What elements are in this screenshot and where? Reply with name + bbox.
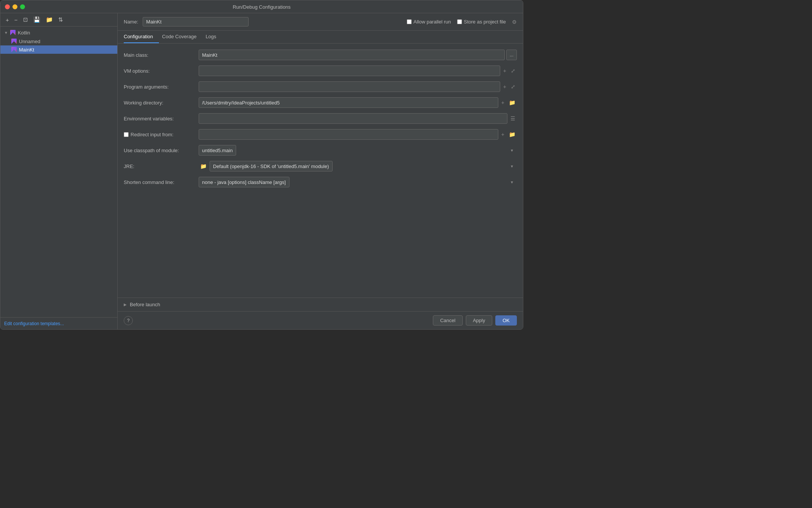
- before-launch-collapse-button[interactable]: ▶: [124, 302, 127, 307]
- jre-select-wrapper: Default (openjdk-16 - SDK of 'untitled5.…: [210, 161, 517, 171]
- vm-options-input[interactable]: [199, 65, 500, 76]
- remove-config-button[interactable]: −: [13, 16, 19, 24]
- tree-item-unnamed[interactable]: Unnamed: [0, 37, 117, 45]
- program-args-expand-button[interactable]: ⤢: [509, 83, 517, 90]
- vm-options-label: VM options:: [124, 68, 196, 74]
- edit-templates-link[interactable]: Edit configuration templates...: [4, 321, 64, 326]
- add-config-button[interactable]: +: [4, 16, 11, 24]
- main-class-browse-button[interactable]: ...: [506, 50, 517, 60]
- minimize-button[interactable]: [12, 4, 17, 9]
- vm-options-field: + ⤢: [199, 65, 517, 76]
- left-panel: + − ⊡ 💾 📁 ⇅ ▼: [0, 13, 118, 329]
- vm-options-expand-button[interactable]: ⤢: [509, 67, 517, 75]
- before-launch: ▶ Before launch: [118, 298, 523, 311]
- jre-folder-button[interactable]: 📁: [199, 162, 208, 170]
- program-args-row: Program arguments: + ⤢: [124, 81, 517, 92]
- redirect-browse-button[interactable]: 📁: [507, 131, 517, 138]
- shorten-label: Shorten command line:: [124, 179, 196, 185]
- jre-select[interactable]: Default (openjdk-16 - SDK of 'untitled5.…: [210, 161, 333, 171]
- redirect-row: Redirect input from: + 📁: [124, 129, 517, 140]
- tabs-bar: Configuration Code Coverage Logs: [118, 31, 523, 44]
- tree-group-kotlin[interactable]: ▼: [0, 28, 117, 37]
- working-dir-row: Working directory: + 📁: [124, 97, 517, 108]
- header-options: Allow parallel run Store as project file…: [407, 19, 517, 25]
- help-button[interactable]: ?: [124, 316, 133, 325]
- title-bar: Run/Debug Configurations: [0, 0, 523, 13]
- run-debug-dialog: Run/Debug Configurations + − ⊡ 💾 📁 ⇅ ▼: [0, 0, 523, 330]
- gear-button[interactable]: ⚙: [512, 19, 517, 25]
- shorten-select[interactable]: none - java [options] className [args]: [199, 177, 289, 187]
- tree-item-mainkt[interactable]: MainKt: [0, 45, 117, 54]
- classpath-select-wrapper: untitled5.main: [199, 145, 517, 156]
- apply-button[interactable]: Apply: [466, 315, 493, 326]
- main-class-label: Main class:: [124, 52, 196, 58]
- copy-config-button[interactable]: ⊡: [22, 16, 30, 24]
- dialog-footer: ? Cancel Apply OK: [118, 311, 523, 329]
- shorten-select-wrapper: none - java [options] className [args]: [199, 177, 517, 187]
- classpath-field: untitled5.main: [199, 145, 517, 156]
- vm-options-add-button[interactable]: +: [502, 67, 508, 75]
- redirect-add-button[interactable]: +: [500, 131, 506, 138]
- tree-item-unnamed-label: Unnamed: [19, 39, 40, 44]
- env-vars-label: Environment variables:: [124, 116, 196, 122]
- chevron-down-icon: ▼: [4, 31, 8, 35]
- classpath-row: Use classpath of module: untitled5.main: [124, 145, 517, 156]
- redirect-label: Redirect input from:: [131, 132, 173, 137]
- program-args-input[interactable]: [199, 81, 500, 92]
- right-panel: Name: Allow parallel run Store as projec…: [118, 13, 523, 329]
- kotlin-icon: [10, 30, 16, 36]
- allow-parallel-checkbox[interactable]: [407, 19, 412, 24]
- kotlin-icon-unnamed: [11, 38, 17, 44]
- vm-options-row: VM options: + ⤢: [124, 65, 517, 76]
- kotlin-icon-mainkt: [11, 47, 17, 53]
- window-controls: [5, 4, 25, 9]
- env-vars-input[interactable]: [199, 113, 507, 124]
- main-class-input[interactable]: [199, 50, 505, 60]
- tab-logs[interactable]: Logs: [205, 31, 222, 43]
- shorten-field: none - java [options] className [args]: [199, 177, 517, 187]
- maximize-button[interactable]: [20, 4, 25, 9]
- name-input[interactable]: [143, 17, 249, 26]
- redirect-input[interactable]: [199, 129, 498, 140]
- folder-config-button[interactable]: 📁: [44, 16, 54, 24]
- sort-config-button[interactable]: ⇅: [57, 16, 65, 24]
- save-config-button[interactable]: 💾: [32, 16, 42, 24]
- working-dir-field: + 📁: [199, 97, 517, 108]
- tree-item-mainkt-label: MainKt: [19, 47, 34, 53]
- program-args-add-button[interactable]: +: [502, 83, 508, 90]
- config-content: Main class: ... VM options: + ⤢: [118, 44, 523, 298]
- env-vars-edit-button[interactable]: ☰: [509, 115, 517, 122]
- close-button[interactable]: [5, 4, 10, 9]
- cancel-button[interactable]: Cancel: [433, 315, 462, 326]
- redirect-label-area: Redirect input from:: [124, 132, 196, 137]
- program-args-field: + ⤢: [199, 81, 517, 92]
- ok-button[interactable]: OK: [495, 315, 517, 326]
- tab-code-coverage[interactable]: Code Coverage: [162, 31, 202, 43]
- working-dir-label: Working directory:: [124, 100, 196, 106]
- config-header: Name: Allow parallel run Store as projec…: [118, 13, 523, 31]
- store-project-checkbox[interactable]: [457, 19, 462, 24]
- classpath-select[interactable]: untitled5.main: [199, 145, 236, 156]
- toolbar: + − ⊡ 💾 📁 ⇅: [0, 13, 117, 26]
- tab-configuration[interactable]: Configuration: [124, 31, 159, 43]
- jre-field: 📁 Default (openjdk-16 - SDK of 'untitled…: [199, 161, 517, 171]
- working-dir-input[interactable]: [199, 97, 498, 108]
- store-project-label[interactable]: Store as project file: [457, 19, 506, 25]
- main-class-field: ...: [199, 50, 517, 60]
- shorten-row: Shorten command line: none - java [optio…: [124, 177, 517, 187]
- name-label: Name:: [124, 19, 138, 25]
- before-launch-label: Before launch: [130, 302, 160, 307]
- working-dir-browse-button[interactable]: 📁: [507, 99, 517, 106]
- left-panel-footer: Edit configuration templates...: [0, 317, 117, 329]
- env-vars-row: Environment variables: ☰: [124, 113, 517, 124]
- working-dir-add-button[interactable]: +: [500, 99, 506, 106]
- env-vars-field: ☰: [199, 113, 517, 124]
- redirect-checkbox[interactable]: [124, 132, 129, 137]
- program-args-label: Program arguments:: [124, 84, 196, 90]
- redirect-field: + 📁: [199, 129, 517, 140]
- dialog-title: Run/Debug Configurations: [233, 4, 291, 10]
- main-layout: + − ⊡ 💾 📁 ⇅ ▼: [0, 13, 523, 329]
- allow-parallel-label[interactable]: Allow parallel run: [407, 19, 451, 25]
- jre-label: JRE:: [124, 164, 196, 169]
- jre-row: JRE: 📁 Default (openjdk-16 - SDK of 'unt…: [124, 161, 517, 171]
